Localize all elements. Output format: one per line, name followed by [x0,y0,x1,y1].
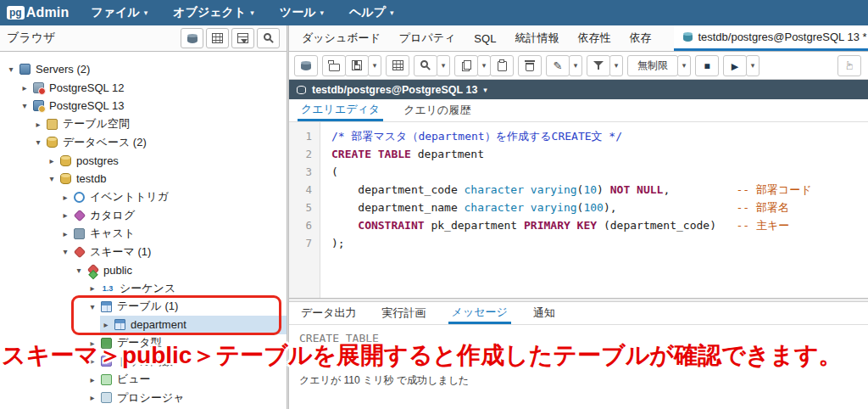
chevron-right-icon[interactable]: ▸ [32,120,44,129]
save-button-caret[interactable]: ▾ [368,55,381,76]
chevron-down-icon[interactable]: ▾ [59,247,71,256]
tree-item-schemas[interactable]: ▾スキーマ (1) [0,243,287,261]
delete-button[interactable] [518,55,542,76]
tables-icon [101,301,112,312]
chevron-right-icon[interactable]: ▸ [59,193,71,202]
toolbar-group: ▾ [546,55,582,76]
tab-query-editor[interactable]: クエリエディタ [298,99,383,121]
output-tab-0[interactable]: データ出力 [298,302,360,324]
grid-icon [392,60,403,70]
filter-button-caret[interactable]: ▾ [609,55,623,76]
tree-item-label: testdb [76,172,106,185]
main-tab-2[interactable]: SQL [465,25,505,51]
views-icon [101,374,112,385]
tree-item-cast[interactable]: ▸キャスト [0,225,287,244]
chevron-down-icon[interactable]: ▾ [73,266,85,275]
tree-item-server-off[interactable]: ▸PostgreSQL 12 [0,79,287,98]
filtered-rows-button[interactable] [231,28,254,48]
server-off-icon [33,82,44,93]
tree-item-label: Servers (2) [36,63,90,76]
main-tab-3[interactable]: 統計情報 [505,25,568,51]
tree-item-database[interactable]: ▸postgres [0,152,287,171]
tree-item-sequence[interactable]: ▸1.3シーケンス [0,279,287,298]
quick-server-button[interactable] [181,28,203,48]
copy-button-caret[interactable]: ▾ [477,55,491,76]
execute-button-caret[interactable]: ▾ [746,55,760,76]
filter-button[interactable] [587,55,610,76]
sql-editor[interactable]: 1234567 /* 部署マスタ（department）を作成するCREATE文… [289,122,868,298]
find-button-caret[interactable]: ▾ [437,55,450,76]
tree-item-catalog[interactable]: ▸カタログ [0,206,287,225]
object-grid-button[interactable] [206,28,229,48]
connection-selector[interactable]: testdb/postgres@PostgreSQL 13 ▾ [289,80,868,99]
chevron-right-icon[interactable]: ▸ [59,229,71,238]
main-tab-4[interactable]: 依存性 [568,25,620,51]
tree-item-types[interactable]: ▸データ型 [0,334,287,353]
connection-icon [297,86,306,94]
tree-item-procedures[interactable]: ▸プロシージャ [0,389,287,407]
main-area: ブラウザ ▾Servers (2)▸PostgreSQL 12▾PostgreS… [0,25,868,409]
menu-tools[interactable]: ツール [280,5,324,20]
chevron-right-icon[interactable]: ▸ [46,156,58,165]
tab-query-history[interactable]: クエリの履歴 [400,99,474,121]
output-tab-2[interactable]: メッセージ [448,302,511,324]
chevron-right-icon[interactable]: ▸ [100,320,112,329]
tree-item-label: PostgreSQL 13 [49,99,124,112]
chevron-right-icon[interactable]: ▸ [19,83,31,92]
main-tab-1[interactable]: プロパティ [390,25,465,51]
tree-item-databases[interactable]: ▾データベース (2) [0,133,287,152]
output-tab-3[interactable]: 通知 [530,302,559,324]
chevron-right-icon[interactable]: ▸ [86,393,98,402]
row-limit-select[interactable]: 無制限 [627,55,678,76]
chevron-down-icon[interactable]: ▾ [46,174,58,183]
edit-button[interactable] [546,55,570,76]
pointer-mode-button[interactable] [837,55,861,76]
line-number-gutter: 1234567 [289,122,320,298]
main-tab-0[interactable]: ダッシュボード [292,25,390,51]
edit-grid-button[interactable] [386,55,409,76]
search-icon [420,60,428,68]
row-limit-select-caret[interactable]: ▾ [677,55,691,76]
tab-query-tool[interactable]: testdb/postgres@PostgreSQL 13 * [674,25,868,51]
chevron-right-icon[interactable]: ▸ [86,356,98,366]
macros-button[interactable] [294,55,318,76]
tree-item-trigger-fn[interactable]: ▸トリガ関数 [0,352,287,371]
tree-item-table[interactable]: ▸department [0,316,287,334]
menu-file[interactable]: ファイル [91,5,147,20]
tree-item-label: データベース (2) [63,135,147,150]
save-button[interactable] [345,55,369,76]
chevron-right-icon[interactable]: ▸ [59,210,71,220]
edit-button-caret[interactable]: ▾ [569,55,582,76]
open-file-button[interactable] [322,55,346,76]
tree-item-database[interactable]: ▾testdb [0,170,287,188]
copy-button[interactable] [454,55,478,76]
cancel-query-button[interactable] [695,55,719,76]
menu-object[interactable]: オブジェクト [173,5,254,20]
code-line: department_code character varying(10) NO… [331,181,868,199]
execute-button[interactable] [723,55,747,76]
find-button[interactable] [414,55,437,76]
code-area[interactable]: /* 部署マスタ（department）を作成するCREATE文 */CREAT… [320,122,868,298]
tree-item-tablespace[interactable]: ▸テーブル空間 [0,115,287,134]
tree-item-tables[interactable]: ▾テーブル (1) [0,298,287,317]
tree-item-servers[interactable]: ▾Servers (2) [0,60,287,79]
tree-item-server-on[interactable]: ▾PostgreSQL 13 [0,97,287,115]
output-tab-1[interactable]: 実行計画 [379,302,430,324]
output-tab-bar: データ出力実行計画メッセージ通知 [289,302,868,325]
toolbar-group [294,55,318,76]
chevron-down-icon[interactable]: ▾ [19,101,31,110]
chevron-right-icon[interactable]: ▸ [86,375,98,384]
search-objects-button[interactable] [257,28,280,48]
chevron-right-icon[interactable]: ▸ [86,283,98,293]
chevron-down-icon[interactable]: ▾ [32,137,44,147]
menu-help[interactable]: ヘルプ [349,5,394,20]
paste-button[interactable] [490,55,514,76]
main-tab-5[interactable]: 依存 [620,25,660,51]
tree-item-views[interactable]: ▸ビュー [0,371,287,389]
chevron-right-icon[interactable]: ▸ [86,339,98,348]
tree-item-event-trigger[interactable]: ▸イベントトリガ [0,188,287,207]
tree-item-schema[interactable]: ▾public [0,261,287,280]
chevron-down-icon[interactable]: ▾ [5,64,17,74]
database-icon [60,173,71,184]
chevron-down-icon[interactable]: ▾ [86,302,98,311]
